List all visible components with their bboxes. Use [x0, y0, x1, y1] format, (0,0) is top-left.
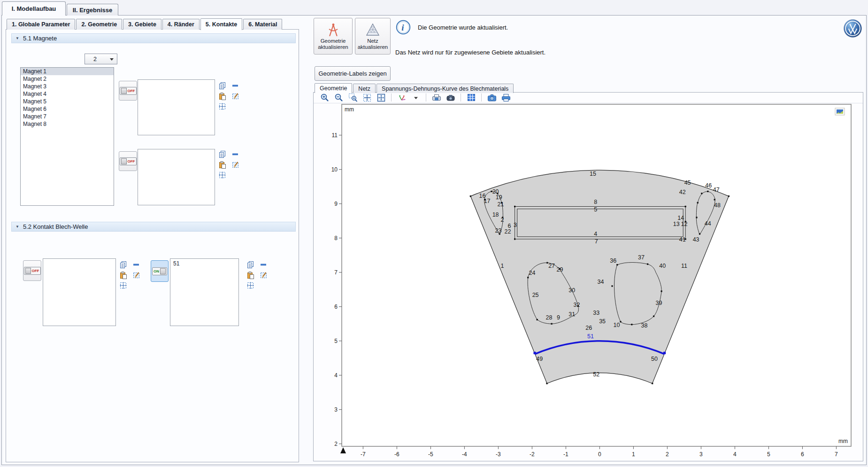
seite-rotorblech-toggle[interactable]: OFF — [119, 151, 137, 171]
copy-icon[interactable] — [218, 150, 227, 159]
magnet-list-item[interactable]: Magnet 1 — [21, 68, 114, 75]
edge-label: 51 — [587, 333, 594, 340]
update-geometry-button[interactable]: Geometrie aktualisieren — [314, 18, 353, 54]
magnet-list-item[interactable]: Magnet 2 — [21, 75, 114, 83]
remove-icon[interactable] — [231, 81, 240, 90]
copy-icon[interactable] — [218, 81, 227, 90]
subtab-4[interactable]: 4. Ränder — [162, 19, 200, 30]
edge-label: 5 — [594, 206, 597, 213]
zoom-to-selection-icon[interactable] — [246, 281, 255, 290]
vertex-dot — [527, 277, 529, 278]
seite-magnet-actions — [218, 81, 240, 111]
magnet-list-item[interactable]: Magnet 6 — [21, 105, 114, 113]
caret-down-icon[interactable] — [411, 93, 421, 102]
edge-label: 33 — [593, 310, 599, 316]
edge-label: 23 — [495, 227, 501, 234]
kontakt-rotorwelle-toggle[interactable]: ON — [151, 260, 169, 282]
subtab-6[interactable]: 6. Material — [243, 19, 282, 30]
info-icon: i — [395, 19, 411, 35]
kontakt-rotorwelle-selection-box[interactable]: 51 — [170, 258, 239, 326]
edge-label: 24 — [529, 270, 535, 276]
chevron-down-icon — [110, 58, 114, 61]
remove-icon[interactable] — [259, 260, 268, 269]
x-tick-label: 6 — [801, 451, 804, 458]
copy-icon[interactable] — [246, 260, 255, 269]
zoom-in-icon[interactable] — [320, 93, 330, 102]
magnet-list-item[interactable]: Magnet 8 — [21, 120, 114, 128]
show-geometry-labels-button[interactable]: Geometrie-Labels zeigen — [315, 66, 391, 81]
magnet-list[interactable]: Magnet 1Magnet 2Magnet 3Magnet 4Magnet 5… — [20, 67, 114, 206]
print-icon[interactable] — [501, 93, 511, 102]
edge-label: 2 — [501, 217, 504, 223]
clear-selection-icon[interactable] — [231, 92, 240, 101]
edge-label: 32 — [573, 302, 580, 308]
view-tab-netz[interactable]: Netz — [353, 84, 376, 93]
edge-label: 6 — [508, 223, 511, 229]
seite-rotorblech-selection-box[interactable] — [138, 149, 215, 205]
subtab-2[interactable]: 2. Geometrie — [76, 19, 122, 30]
vertex-dot — [537, 319, 538, 320]
zoom-box-icon[interactable] — [348, 93, 358, 102]
seite-magnet-toggle[interactable]: OFF — [119, 81, 137, 101]
zoom-fit-icon[interactable] — [376, 93, 386, 102]
collapse-arrow-icon: ▼ — [15, 36, 19, 40]
view-orientation-icon[interactable] — [397, 93, 407, 102]
clear-selection-icon[interactable] — [259, 271, 268, 280]
subtab-5[interactable]: 5. Kontakte — [200, 18, 242, 30]
clear-selection-icon[interactable] — [231, 160, 240, 169]
clear-selection-icon[interactable] — [132, 271, 141, 280]
magnet-list-item[interactable]: Magnet 3 — [21, 83, 114, 90]
seite-rotorblech-actions — [218, 150, 240, 179]
zoom-to-selection-icon[interactable] — [119, 281, 128, 290]
tab-ergebnisse[interactable]: II. Ergebnisse — [67, 4, 118, 16]
subtab-1[interactable]: 1. Globale Parameter — [7, 19, 75, 30]
grid-icon[interactable] — [466, 93, 476, 102]
section-header-magnete[interactable]: ▼ 5.1 Magnete — [11, 33, 296, 43]
kontakt-rotorblech-selection-box[interactable] — [43, 258, 116, 326]
edge-label: 50 — [651, 356, 658, 362]
paste-icon[interactable] — [218, 92, 227, 101]
remove-icon[interactable] — [132, 260, 141, 269]
remove-icon[interactable] — [231, 150, 240, 159]
snapshot-icon[interactable] — [487, 93, 497, 102]
paste-icon[interactable] — [246, 271, 255, 280]
y-tick-label: 8 — [334, 235, 338, 241]
magnet-count-dropdown[interactable]: 2 — [84, 54, 117, 64]
magnet-list-item[interactable]: Magnet 4 — [21, 90, 114, 98]
x-tick-label: 2 — [666, 451, 669, 458]
edge-label: 26 — [585, 325, 592, 331]
plot-window-icon[interactable] — [835, 108, 845, 115]
x-tick-label: -5 — [428, 451, 433, 458]
graphics-toolbar — [320, 93, 511, 102]
subtab-3[interactable]: 3. Gebiete — [123, 19, 161, 30]
magnet-list-item[interactable]: Magnet 5 — [21, 98, 114, 105]
seite-magnet-selection-box[interactable] — [138, 79, 215, 135]
section-header-kontakt[interactable]: ▼ 5.2 Kontakt Blech-Welle — [11, 222, 296, 232]
zoom-to-selection-icon[interactable] — [218, 171, 227, 179]
zoom-extents-icon[interactable] — [362, 93, 372, 102]
zoom-to-selection-icon[interactable] — [218, 102, 227, 111]
export-image-icon[interactable] — [446, 93, 455, 102]
x-tick-label: 1 — [632, 451, 635, 458]
edge-label: 14 — [677, 215, 684, 221]
magnet-list-item[interactable]: Magnet 7 — [21, 113, 114, 120]
edge-label: 41 — [679, 236, 686, 243]
selected-vertex-dot — [663, 352, 666, 354]
tab-modellaufbau[interactable]: I. Modellaufbau — [2, 1, 66, 16]
view-tab-geometrie[interactable]: Geometrie — [315, 83, 352, 93]
zoom-out-icon[interactable] — [334, 93, 344, 102]
edge-label: 42 — [679, 189, 686, 195]
view-tab-spannungs-dehnungs-kurve[interactable]: Spannungs-Dehnungs-Kurve des Blechmateri… — [376, 84, 514, 93]
paste-icon[interactable] — [218, 160, 227, 169]
toggle-on-icon: ON — [152, 267, 167, 275]
y-tick-label: 6 — [334, 304, 338, 310]
plot-svg[interactable]: -7-6-5-4-3-2-101234567234567891011mmmm15… — [315, 103, 859, 460]
vw-logo-icon — [843, 19, 862, 38]
copy-icon[interactable] — [119, 260, 128, 269]
vertex-dot — [546, 383, 547, 384]
paste-icon[interactable] — [119, 271, 128, 280]
update-mesh-button[interactable]: Netz aktualisieren — [355, 18, 391, 54]
kontakt-rotorblech-toggle[interactable]: OFF — [23, 260, 41, 281]
selected-boundary-item[interactable]: 51 — [170, 259, 238, 267]
copy-image-icon[interactable] — [431, 93, 441, 102]
